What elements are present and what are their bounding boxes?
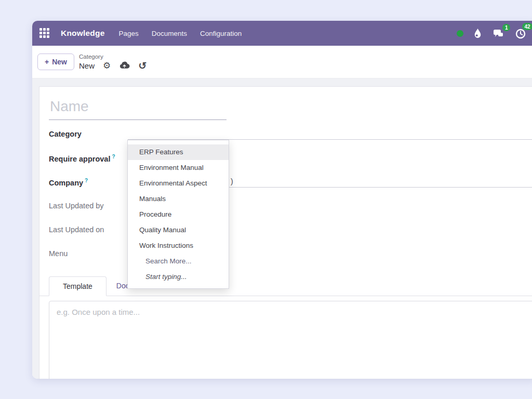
breadcrumb-current: New: [79, 61, 95, 70]
dropdown-item[interactable]: ERP Features: [128, 144, 229, 160]
nav-item-documents[interactable]: Documents: [152, 30, 187, 37]
new-button[interactable]: + New: [37, 54, 74, 70]
notebook-tabs: Template Docu: [39, 276, 532, 296]
top-navbar: Knowledge Pages Documents Configuration …: [32, 21, 532, 46]
dropdown-item[interactable]: Environmental Aspect: [128, 176, 229, 191]
ink-drop-icon[interactable]: [473, 28, 482, 39]
form-sheet: Category Require approval? Company? ): [39, 86, 532, 379]
activities-badge: 42: [522, 23, 532, 30]
content-area: Category Require approval? Company? ): [32, 78, 532, 379]
messages-button[interactable]: 1: [492, 28, 504, 38]
help-icon[interactable]: ?: [85, 178, 88, 183]
field-row-category: Category: [49, 129, 532, 153]
field-row-company: Company? ): [49, 177, 532, 201]
company-label: Company?: [49, 177, 128, 187]
cloud-save-icon[interactable]: [119, 61, 130, 71]
control-panel: + New Category New ⚙ ↺: [32, 46, 532, 78]
help-icon[interactable]: ?: [112, 154, 115, 159]
gear-icon[interactable]: ⚙: [103, 61, 111, 70]
app-name[interactable]: Knowledge: [61, 29, 104, 38]
status-dot-icon: [457, 30, 463, 37]
activities-clock-button[interactable]: 42: [514, 27, 527, 39]
plus-icon: +: [45, 58, 49, 66]
field-row-require-approval: Require approval?: [49, 153, 532, 177]
field-rows: Category Require approval? Company? ): [49, 129, 532, 272]
category-input[interactable]: [128, 129, 532, 140]
breadcrumb-parent[interactable]: Category: [79, 54, 147, 60]
category-label: Category: [49, 129, 128, 138]
field-row-menu: Menu: [49, 248, 532, 272]
tab-template[interactable]: Template: [49, 276, 107, 296]
last-updated-on-label: Last Updated on: [49, 224, 128, 234]
dropdown-item[interactable]: Work Instructions: [128, 238, 229, 254]
field-row-last-updated-on: Last Updated on: [49, 224, 532, 248]
dropdown-item[interactable]: Manuals: [128, 191, 229, 207]
dropdown-start-typing-hint: Start typing...: [128, 269, 229, 285]
nav-item-pages[interactable]: Pages: [118, 30, 138, 37]
require-approval-label: Require approval?: [49, 153, 128, 163]
dropdown-item[interactable]: Procedure: [128, 207, 229, 222]
breadcrumb: Category New ⚙ ↺: [79, 54, 147, 71]
name-input[interactable]: [49, 98, 227, 120]
nav-item-configuration[interactable]: Configuration: [200, 30, 242, 37]
menu-label: Menu: [49, 248, 128, 258]
last-updated-by-label: Last Updated by: [49, 201, 128, 210]
category-dropdown: ERP Features Environment Manual Environm…: [127, 140, 229, 289]
field-row-last-updated-by: Last Updated by: [49, 201, 532, 224]
template-body-textarea[interactable]: [49, 301, 532, 379]
new-button-label: New: [52, 58, 67, 66]
dropdown-item[interactable]: Quality Manual: [128, 222, 229, 238]
messages-badge: 1: [502, 24, 510, 31]
dropdown-item[interactable]: Environment Manual: [128, 160, 229, 176]
discard-icon[interactable]: ↺: [138, 61, 147, 71]
systray: 1 42: [457, 27, 529, 39]
dropdown-search-more[interactable]: Search More...: [128, 254, 229, 269]
apps-menu-icon[interactable]: [39, 28, 50, 38]
app-window: Knowledge Pages Documents Configuration …: [32, 21, 532, 379]
